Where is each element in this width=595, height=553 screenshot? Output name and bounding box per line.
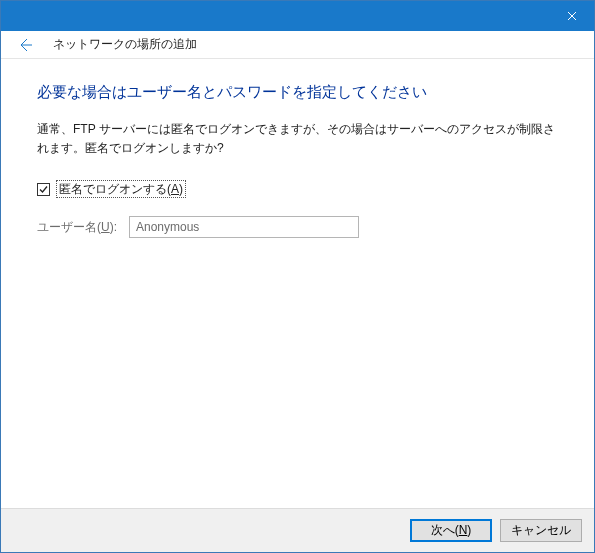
anonymous-logon-checkbox[interactable] [37,183,50,196]
wizard-title: ネットワークの場所の追加 [53,36,197,53]
anonymous-logon-row: 匿名でログオンする(A) [37,180,558,198]
anonymous-logon-label[interactable]: 匿名でログオンする(A) [56,180,186,198]
username-label: ユーザー名(U): [37,219,129,236]
titlebar [1,1,594,31]
wizard-window: ネットワークの場所の追加 必要な場合はユーザー名とパスワードを指定してください … [0,0,595,553]
page-title: 必要な場合はユーザー名とパスワードを指定してください [37,83,558,102]
username-input[interactable] [129,216,359,238]
cancel-button[interactable]: キャンセル [500,519,582,542]
wizard-body: 必要な場合はユーザー名とパスワードを指定してください 通常、FTP サーバーには… [1,59,594,508]
username-row: ユーザー名(U): [37,216,558,238]
page-description: 通常、FTP サーバーには匿名でログオンできますが、その場合はサーバーへのアクセ… [37,120,558,158]
back-arrow-icon [17,37,33,53]
wizard-footer: 次へ(N) キャンセル [1,508,594,552]
next-button[interactable]: 次へ(N) [410,519,492,542]
wizard-header: ネットワークの場所の追加 [1,31,594,59]
check-icon [38,184,49,195]
back-button[interactable] [13,33,37,57]
close-icon [567,11,577,21]
close-button[interactable] [549,1,594,31]
